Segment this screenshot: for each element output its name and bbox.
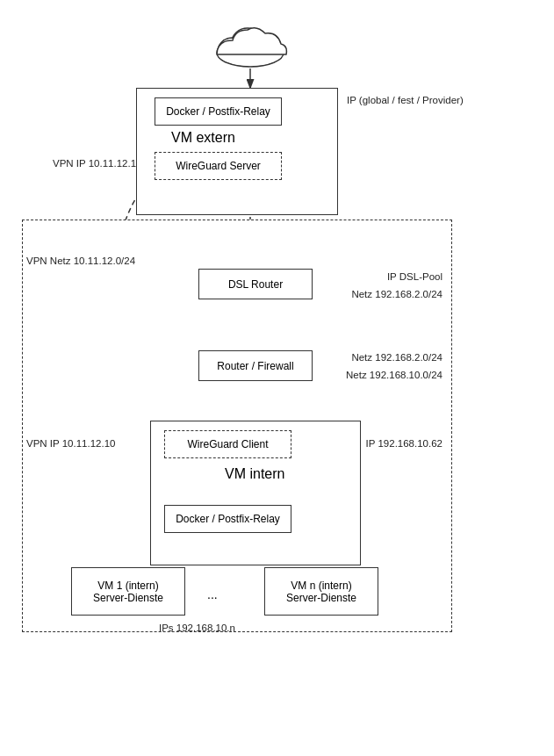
dsl-router-label: DSL Router — [228, 278, 283, 291]
router-firewall-label: Router / Firewall — [217, 360, 293, 372]
vm-intern-ip-label: IP 192.168.10.62 — [366, 438, 442, 449]
docker-postfix-relay-extern-label: Docker / Postfix-Relay — [166, 105, 270, 118]
router-firewall-netz2-label: Netz 192.168.10.0/24 — [346, 370, 442, 380]
wireguard-server-box: WireGuard Server — [155, 152, 282, 180]
lan-container: VPN Netz 10.11.12.0/24 DSL Router IP DSL… — [22, 220, 452, 632]
dsl-router-box: DSL Router — [198, 269, 313, 299]
docker-postfix-relay-intern-label: Docker / Postfix-Relay — [176, 513, 280, 525]
cloud-icon — [211, 16, 290, 68]
dsl-router-ip-label: IP DSL-Pool — [387, 271, 442, 282]
vpn-netz-label: VPN Netz 10.11.12.0/24 — [26, 256, 135, 266]
ips-label: IPs 192.168.10.n — [159, 623, 235, 633]
wireguard-server-label: WireGuard Server — [176, 160, 261, 172]
wireguard-client-label: WireGuard Client — [187, 438, 268, 450]
router-firewall-netz1-label: Netz 192.168.2.0/24 — [351, 352, 442, 363]
ip-global-label: IP (global / fest / Provider) — [347, 95, 464, 105]
dsl-router-netz-label: Netz 192.168.2.0/24 — [351, 289, 442, 299]
vmn-box: VM n (intern) Server-Dienste — [264, 567, 378, 616]
vpn-ip-extern-label: VPN IP 10.11.12.1 — [53, 158, 136, 169]
wireguard-client-box: WireGuard Client — [164, 430, 291, 458]
vm-intern-container: WireGuard Client Docker / Postfix-Relay — [150, 421, 361, 565]
dots-label: ... — [207, 587, 218, 601]
vm-intern-title: VM intern — [225, 466, 284, 482]
docker-postfix-relay-intern-box: Docker / Postfix-Relay — [164, 505, 291, 533]
docker-postfix-relay-extern-box: Docker / Postfix-Relay — [155, 97, 282, 126]
vm-extern-title: VM extern — [171, 130, 235, 146]
vm1-box: VM 1 (intern) Server-Dienste — [71, 567, 185, 616]
vmn-label: VM n (intern) Server-Dienste — [286, 580, 356, 604]
vm-extern-container: Docker / Postfix-Relay WireGuard Server — [136, 88, 338, 215]
router-firewall-box: Router / Firewall — [198, 350, 313, 381]
vm1-label: VM 1 (intern) Server-Dienste — [93, 580, 163, 604]
vpn-ip-intern-label: VPN IP 10.11.12.10 — [26, 438, 115, 449]
